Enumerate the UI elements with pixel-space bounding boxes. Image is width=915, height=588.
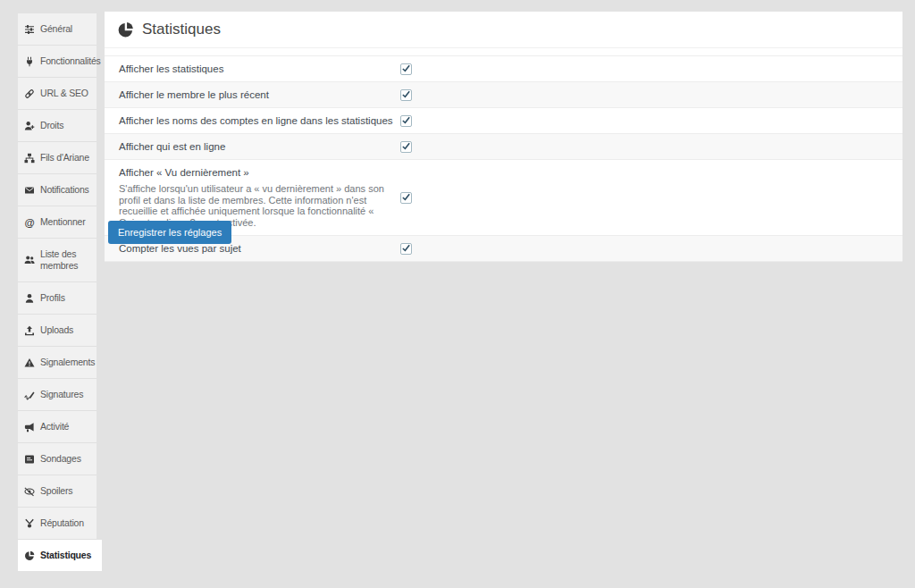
setting-label: Afficher qui est en ligne xyxy=(119,141,400,152)
users-icon xyxy=(24,255,35,265)
sidebar-item-reputation[interactable]: Réputation xyxy=(18,508,97,540)
sidebar-item-label: Spoilers xyxy=(40,485,72,497)
sidebar-item-notifications[interactable]: Notifications xyxy=(18,174,97,206)
sidebar-item-label: Fils d'Ariane xyxy=(40,152,89,164)
check-icon xyxy=(401,115,411,125)
envelope-icon xyxy=(24,185,35,196)
save-settings-button[interactable]: Enregistrer les réglages xyxy=(108,221,231,244)
setting-row: Afficher les noms des comptes en ligne d… xyxy=(105,108,902,134)
sidebar-item-label: Activité xyxy=(40,421,69,433)
setting-label: Compter les vues par sujet xyxy=(119,243,400,254)
sidebar-item-label: Réputation xyxy=(40,517,84,529)
checkbox[interactable] xyxy=(400,243,412,255)
sidebar-item-label: Uploads xyxy=(40,324,73,336)
sidebar-item-label: URL & SEO xyxy=(40,88,88,99)
checkbox[interactable] xyxy=(400,63,412,75)
sidebar-item-label: Liste des membres xyxy=(40,248,95,272)
checkbox[interactable] xyxy=(400,192,412,204)
sidebar-item-fonctionnalites[interactable]: Fonctionnalités xyxy=(18,46,97,78)
sidebar-item-label: Droits xyxy=(40,120,63,131)
svg-text:@: @ xyxy=(24,217,34,228)
eye-slash-icon xyxy=(24,486,35,497)
settings-sidebar: Général Fonctionnalités URL & SEO Droits… xyxy=(18,13,102,571)
check-icon xyxy=(401,89,411,99)
sitemap-icon xyxy=(24,153,35,164)
sidebar-item-signatures[interactable]: Signatures xyxy=(18,379,97,411)
link-icon xyxy=(24,88,35,99)
check-icon xyxy=(401,63,411,73)
setting-label: Afficher « Vu dernièrement » xyxy=(119,167,400,178)
sidebar-item-activite[interactable]: Activité xyxy=(18,411,97,443)
sidebar-item-spoilers[interactable]: Spoilers xyxy=(18,475,97,508)
sidebar-item-sondages[interactable]: Sondages xyxy=(18,443,97,475)
checkbox[interactable] xyxy=(400,89,412,101)
sidebar-item-label: Signalements xyxy=(40,357,95,368)
sliders-icon xyxy=(24,24,35,35)
poll-icon xyxy=(24,454,35,465)
pie-chart-icon xyxy=(117,21,134,38)
medal-icon xyxy=(24,518,35,529)
warning-icon xyxy=(24,357,35,368)
sidebar-item-profils[interactable]: Profils xyxy=(18,282,97,315)
bullhorn-icon xyxy=(24,422,35,433)
checkbox[interactable] xyxy=(400,115,412,127)
signature-icon xyxy=(24,390,35,400)
checkbox[interactable] xyxy=(400,141,412,153)
setting-label: Afficher les noms des comptes en ligne d… xyxy=(119,115,400,126)
setting-row: Afficher le membre le plus récent xyxy=(105,82,902,108)
setting-row: Afficher les statistiques xyxy=(105,56,902,82)
sidebar-item-url-seo[interactable]: URL & SEO xyxy=(18,78,97,110)
sidebar-item-label: Notifications xyxy=(40,184,89,196)
sidebar-item-label: Mentionner xyxy=(40,216,86,228)
panel-header: Statistiques xyxy=(105,12,902,48)
sidebar-item-label: Général xyxy=(40,23,72,35)
check-icon xyxy=(401,192,411,202)
sidebar-item-mentionner[interactable]: @ Mentionner xyxy=(18,206,97,239)
setting-label: Afficher les statistiques xyxy=(119,63,400,74)
page-title: Statistiques xyxy=(142,21,221,38)
sidebar-item-uploads[interactable]: Uploads xyxy=(18,315,97,347)
sidebar-item-general[interactable]: Général xyxy=(18,13,97,46)
at-icon: @ xyxy=(24,217,35,228)
sidebar-item-liste-des-membres[interactable]: Liste des membres xyxy=(18,239,97,282)
check-icon xyxy=(401,243,411,253)
plug-icon xyxy=(24,56,35,67)
setting-label: Afficher le membre le plus récent xyxy=(119,89,400,100)
user-plus-icon xyxy=(24,121,35,131)
sidebar-item-fils-ariane[interactable]: Fils d'Ariane xyxy=(18,142,97,174)
sidebar-item-label: Fonctionnalités xyxy=(40,55,101,67)
sidebar-item-droits[interactable]: Droits xyxy=(18,110,97,142)
upload-icon xyxy=(24,325,35,336)
user-icon xyxy=(24,293,35,304)
sidebar-item-label: Sondages xyxy=(40,453,81,465)
sidebar-item-statistiques[interactable]: Statistiques xyxy=(18,540,102,571)
sidebar-item-label: Statistiques xyxy=(40,550,91,561)
sidebar-item-label: Signatures xyxy=(40,389,83,400)
sidebar-item-signalements[interactable]: Signalements xyxy=(18,347,97,379)
setting-row: Afficher qui est en ligne xyxy=(105,134,902,160)
sidebar-item-label: Profils xyxy=(40,292,65,304)
check-icon xyxy=(401,141,411,151)
pie-chart-icon xyxy=(24,550,35,561)
